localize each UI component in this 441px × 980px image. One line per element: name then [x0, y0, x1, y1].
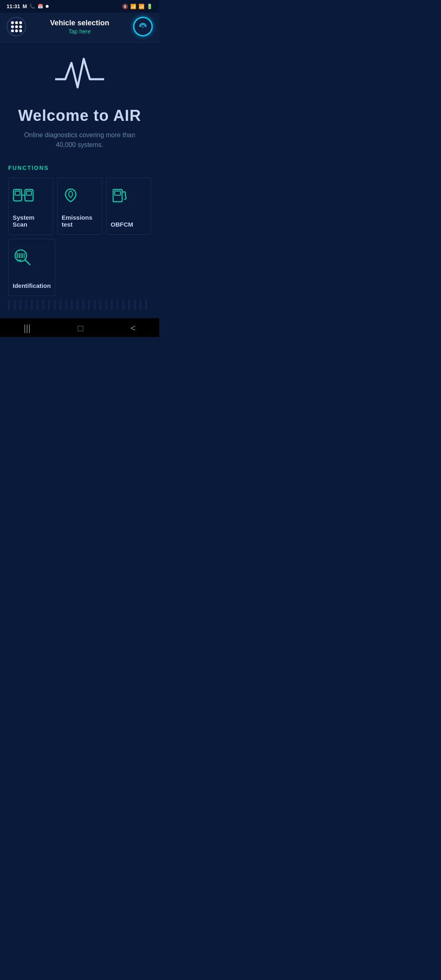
status-left: 11:31 M 📞 📅 [7, 3, 49, 9]
battery-icon: 🔋 [147, 4, 153, 9]
decorative-dots [8, 300, 151, 310]
header-center[interactable]: Vehicle selection Tap here [50, 19, 109, 35]
system-scan-icon [13, 186, 34, 208]
svg-point-0 [142, 27, 143, 28]
svg-line-11 [25, 260, 30, 265]
system-scan-label: System Scan [13, 214, 49, 228]
functions-grid-bottom: VIN Identification [8, 239, 151, 296]
functions-section: FUNCTIONS System Scan [8, 165, 151, 296]
emissions-icon [62, 186, 80, 208]
identification-card[interactable]: VIN Identification [8, 239, 55, 296]
status-right: 🔇 📶 📶 🔋 [122, 4, 153, 9]
notification-dot [46, 5, 49, 8]
wireless-icon [138, 21, 148, 32]
main-content: Welcome to AIR Online diagnostics coveri… [0, 42, 159, 318]
svg-rect-4 [27, 191, 31, 195]
nav-back-button[interactable]: < [130, 323, 136, 334]
functions-label: FUNCTIONS [8, 165, 151, 171]
header: Vehicle selection Tap here [0, 13, 159, 42]
identification-icon: VIN [13, 247, 34, 269]
time: 11:31 [7, 3, 20, 9]
nav-bar: ||| □ < [0, 318, 159, 337]
bluetooth-button[interactable] [133, 17, 153, 36]
signal-icon: 📶 [138, 4, 145, 9]
vehicle-selection-title: Vehicle selection [50, 19, 109, 27]
phone-icon: 📞 [29, 4, 35, 9]
welcome-subtitle: Online diagnostics covering more than 40… [22, 130, 137, 150]
logo-icon [55, 55, 104, 97]
calendar-icon: 📅 [38, 4, 43, 9]
obfcm-icon [111, 186, 129, 208]
system-scan-card[interactable]: System Scan [8, 178, 53, 235]
svg-rect-7 [115, 191, 120, 195]
welcome-title: Welcome to AIR [18, 107, 141, 125]
emissions-label: Emissions test [62, 214, 98, 228]
tap-here-label: Tap here [50, 28, 109, 35]
obfcm-label: OBFCM [111, 221, 133, 228]
wifi-icon: 📶 [130, 4, 136, 9]
svg-text:VIN: VIN [17, 259, 22, 262]
status-bar: 11:31 M 📞 📅 🔇 📶 📶 🔋 [0, 0, 159, 13]
nav-menu-button[interactable]: ||| [24, 323, 31, 334]
gmail-icon: M [22, 3, 27, 9]
functions-grid-top: System Scan Emissions test [8, 178, 151, 235]
identification-label: Identification [13, 282, 51, 289]
emissions-test-card[interactable]: Emissions test [57, 178, 102, 235]
svg-rect-2 [15, 191, 20, 195]
grid-icon [11, 21, 22, 32]
mute-icon: 🔇 [122, 4, 128, 9]
nav-home-button[interactable]: □ [78, 323, 83, 334]
obfcm-card[interactable]: OBFCM [106, 178, 151, 235]
menu-button[interactable] [7, 17, 26, 36]
